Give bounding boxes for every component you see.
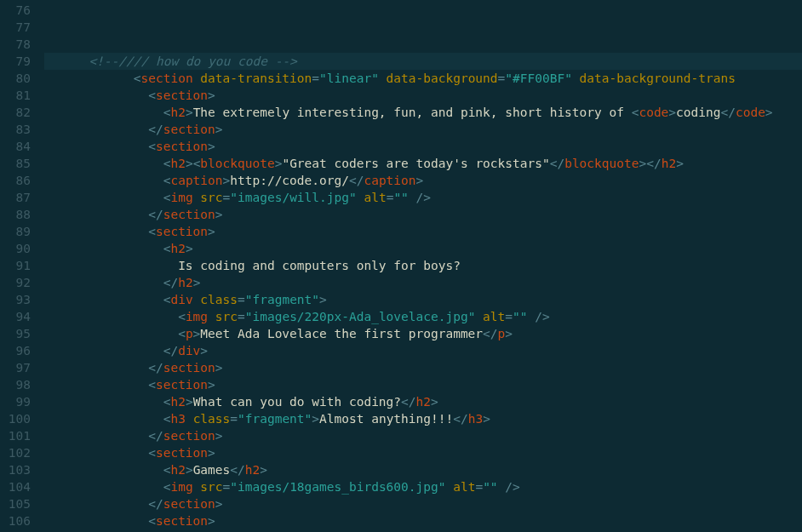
code-line[interactable]: <section> bbox=[44, 223, 802, 240]
line-number: 94 bbox=[0, 308, 39, 325]
line-number: 84 bbox=[0, 138, 39, 155]
code-line[interactable]: </div> bbox=[44, 342, 802, 359]
line-number: 81 bbox=[0, 87, 39, 104]
line-number: 77 bbox=[0, 19, 39, 36]
code-line[interactable]: <h2><blockquote>"Great coders are today'… bbox=[44, 155, 802, 172]
line-number: 88 bbox=[0, 206, 39, 223]
code-line[interactable]: <h2>The extremely interesting, fun, and … bbox=[44, 104, 802, 121]
code-line[interactable]: <caption>http://code.org/</caption> bbox=[44, 172, 802, 189]
line-number: 82 bbox=[0, 104, 39, 121]
code-line[interactable]: <img src="images/220px-Ada_lovelace.jpg"… bbox=[44, 308, 802, 325]
code-line[interactable]: <h2>What can you do with coding?</h2> bbox=[44, 393, 802, 410]
code-line[interactable]: </section> bbox=[44, 495, 802, 512]
line-number: 86 bbox=[0, 172, 39, 189]
code-line[interactable]: <section> bbox=[44, 376, 802, 393]
code-line[interactable]: <img src="images/18games_birds600.jpg" a… bbox=[44, 478, 802, 495]
line-number: 80 bbox=[0, 70, 39, 87]
line-number: 105 bbox=[0, 495, 39, 512]
line-number: 85 bbox=[0, 155, 39, 172]
line-number: 103 bbox=[0, 461, 39, 478]
line-number: 102 bbox=[0, 444, 39, 461]
code-line[interactable]: <section> bbox=[44, 138, 802, 155]
line-number: 97 bbox=[0, 359, 39, 376]
code-line[interactable]: <div class="fragment"> bbox=[44, 291, 802, 308]
code-line[interactable]: <img src="images/will.jpg" alt="" /> bbox=[44, 189, 802, 206]
code-editor[interactable]: 7677787980818283848586878889909192939495… bbox=[0, 0, 802, 532]
line-number: 89 bbox=[0, 223, 39, 240]
line-number: 101 bbox=[0, 427, 39, 444]
line-number: 92 bbox=[0, 274, 39, 291]
line-number: 90 bbox=[0, 240, 39, 257]
line-number: 76 bbox=[0, 2, 39, 19]
code-line[interactable]: <section data-transition="linear" data-b… bbox=[44, 70, 802, 87]
code-line[interactable]: <h2> bbox=[44, 240, 802, 257]
code-line[interactable]: <h3 class="fragment">Almost anything!!!<… bbox=[44, 410, 802, 427]
line-number: 95 bbox=[0, 325, 39, 342]
line-number: 87 bbox=[0, 189, 39, 206]
line-number: 79 bbox=[0, 53, 39, 70]
line-number: 78 bbox=[0, 36, 39, 53]
code-line[interactable]: </section> bbox=[44, 427, 802, 444]
line-number: 98 bbox=[0, 376, 39, 393]
code-line[interactable]: </h2> bbox=[44, 274, 802, 291]
line-number: 91 bbox=[0, 257, 39, 274]
line-number: 100 bbox=[0, 410, 39, 427]
line-number: 96 bbox=[0, 342, 39, 359]
code-line[interactable]: <h2>Games</h2> bbox=[44, 461, 802, 478]
line-number: 99 bbox=[0, 393, 39, 410]
code-line[interactable]: Is coding and computers only for boys? bbox=[44, 257, 802, 274]
code-line[interactable]: </section> bbox=[44, 359, 802, 376]
line-number: 104 bbox=[0, 478, 39, 495]
code-line[interactable]: <section> bbox=[44, 87, 802, 104]
code-line[interactable]: </section> bbox=[44, 206, 802, 223]
code-line[interactable]: <!--//// how do you code --> bbox=[44, 53, 802, 70]
line-number: 93 bbox=[0, 291, 39, 308]
code-line[interactable]: <p>Meet Ada Lovelace the first programme… bbox=[44, 325, 802, 342]
line-number-gutter: 7677787980818283848586878889909192939495… bbox=[0, 0, 39, 529]
line-number: 106 bbox=[0, 512, 39, 529]
code-line[interactable]: <section> bbox=[44, 512, 802, 529]
line-number: 83 bbox=[0, 121, 39, 138]
code-area[interactable]: <!--//// how do you code --> <section da… bbox=[44, 51, 802, 532]
code-line[interactable]: </section> bbox=[44, 121, 802, 138]
code-line[interactable]: <section> bbox=[44, 444, 802, 461]
